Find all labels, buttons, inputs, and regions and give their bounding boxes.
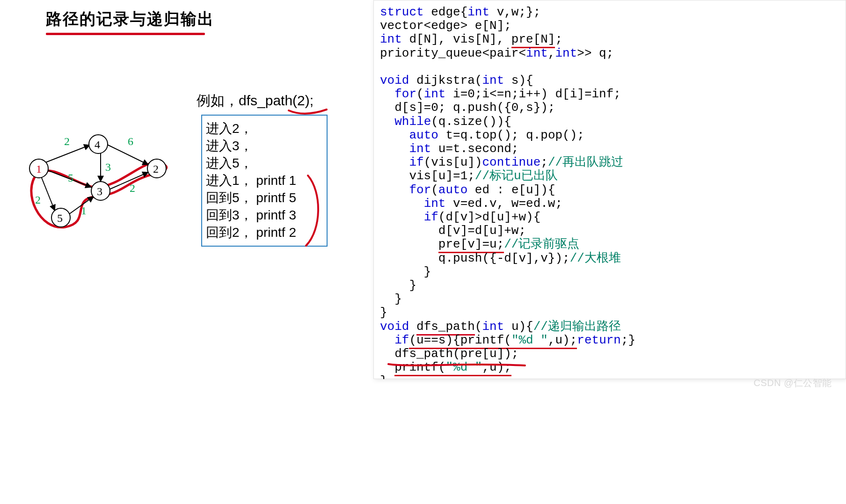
edge-weight: 2 [64, 135, 70, 147]
edge-weight: 1 [81, 205, 87, 217]
edge-weight: 3 [105, 161, 111, 173]
left-pane: 路径的记录与递归输出 2 6 3 5 2 1 2 1 4 2 [0, 0, 373, 504]
edge-weight: 2 [35, 194, 41, 206]
trace-line: 进入2， [206, 120, 323, 138]
code-pane: struct edge{int v,w;}; vector<edge> e[N]… [373, 0, 846, 379]
graph-node-1: 1 [36, 163, 42, 175]
title-underline [46, 33, 205, 35]
page-title: 路径的记录与递归输出 [46, 8, 214, 30]
edge-weight: 6 [128, 135, 133, 147]
kw-struct: struct [380, 5, 424, 19]
trace-line: 进入3， [206, 138, 323, 155]
code-underline-printf: printf( [394, 360, 445, 376]
graph-node-3: 3 [97, 185, 102, 197]
svg-line-1 [106, 144, 148, 165]
edge-weight: 5 [68, 172, 73, 184]
code-block: struct edge{int v,w;}; vector<edge> e[N]… [380, 6, 841, 379]
graph-node-2: 2 [153, 163, 159, 175]
trace-line: 进入5， [206, 155, 323, 172]
svg-line-0 [44, 145, 90, 163]
edge-weight: 2 [130, 182, 135, 194]
graph-node-4: 4 [95, 139, 100, 151]
graph-diagram: 2 6 3 5 2 1 2 1 4 2 3 5 [26, 126, 175, 239]
watermark: CSDN @仁公智能 [753, 377, 832, 389]
example-label: 例如，dfs_path(2); [197, 91, 314, 110]
red-brace-icon [303, 173, 331, 248]
graph-node-5: 5 [57, 212, 63, 224]
svg-line-4 [41, 175, 55, 211]
title-block: 路径的记录与递归输出 [46, 8, 214, 35]
